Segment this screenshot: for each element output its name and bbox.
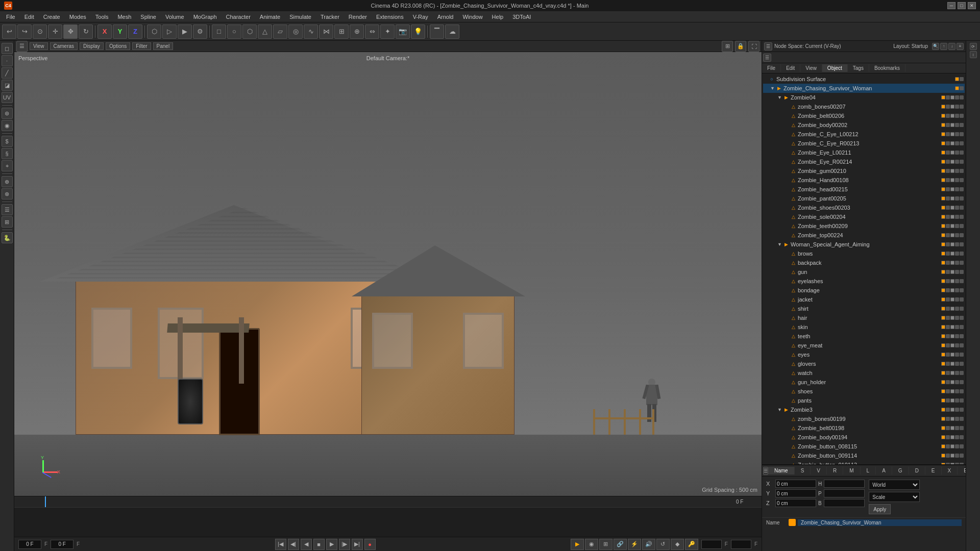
tree-dot-solo[interactable]	[960, 454, 964, 458]
tree-dot-render[interactable]	[950, 215, 954, 219]
tree-dot-render[interactable]	[950, 380, 954, 384]
menu-window-item[interactable]: Window	[458, 13, 486, 21]
menu-simulate-item[interactable]: Simulate	[285, 13, 315, 21]
tree-dot-lock[interactable]	[955, 288, 959, 292]
tree-dot-lock[interactable]	[955, 417, 959, 421]
cylinder-tool[interactable]: ⬡	[242, 24, 257, 39]
tree-item[interactable]: △eye_meat	[763, 341, 965, 350]
xref-button[interactable]: ⊞	[2, 216, 13, 228]
tree-dot-visibility[interactable]	[960, 86, 964, 90]
tab-edit[interactable]: Edit	[781, 64, 800, 72]
tree-dot-render[interactable]	[950, 169, 954, 173]
tree-dot-render[interactable]	[950, 288, 954, 292]
tree-dot-lock[interactable]	[955, 252, 959, 256]
tree-dot-render[interactable]	[950, 435, 954, 439]
tree-item[interactable]: △Zombie_teeth00209	[763, 221, 965, 231]
tree-dot-visibility[interactable]	[946, 151, 950, 155]
tree-dot-render[interactable]	[950, 114, 954, 118]
tree-dot-solo[interactable]	[960, 325, 964, 329]
tree-dot-visibility[interactable]	[946, 206, 950, 210]
tree-dot-solo[interactable]	[960, 444, 964, 448]
vp-lock-button[interactable]: 🔒	[735, 41, 746, 52]
tree-dot-solo[interactable]	[960, 398, 964, 403]
tree-dot-lock[interactable]	[955, 353, 959, 357]
tree-item[interactable]: △Zombie_top00224	[763, 231, 965, 240]
tree-dot-lock[interactable]	[955, 151, 959, 155]
tree-dot-visibility[interactable]	[946, 169, 950, 173]
auto-key-button[interactable]: 🔑	[685, 539, 698, 550]
layers-button[interactable]: ☰	[2, 204, 13, 215]
rp-icon-3[interactable]: ↓	[948, 43, 955, 50]
render-settings-button[interactable]: ⚙	[193, 24, 207, 39]
menu-volume-item[interactable]: Volume	[161, 13, 188, 21]
vp-filter-button[interactable]: Filter	[132, 42, 151, 50]
tree-dot-visibility[interactable]	[946, 343, 950, 347]
tree-dot-solo[interactable]	[960, 371, 964, 375]
spline-tool[interactable]: ∿	[304, 24, 318, 39]
menu-tracker-item[interactable]: Tracker	[316, 13, 344, 21]
vp-menu-button[interactable]: ☰	[16, 41, 28, 52]
tab-object[interactable]: Object	[822, 64, 848, 72]
redo-button[interactable]: ↪	[17, 24, 32, 39]
rb-tab-m[interactable]: M	[843, 467, 860, 474]
p-input[interactable]	[824, 489, 865, 497]
tree-dot-solo[interactable]	[960, 307, 964, 311]
tree-dot-visibility[interactable]	[946, 196, 950, 201]
tree-item[interactable]: △zomb_bones00199	[763, 414, 965, 423]
tree-dot-render[interactable]	[950, 316, 954, 320]
tree-dot-render[interactable]	[950, 160, 954, 164]
menu-help-item[interactable]: Help	[488, 13, 508, 21]
tab-view[interactable]: View	[800, 64, 822, 72]
vp-fit-button[interactable]: ⊞	[722, 41, 733, 52]
tree-dot-lock[interactable]	[955, 371, 959, 375]
rb-tab-s[interactable]: S	[795, 467, 811, 474]
tree-dot-solo[interactable]	[960, 233, 964, 237]
y-axis-button[interactable]: Y	[113, 24, 127, 39]
tree-dot-lock[interactable]	[955, 435, 959, 439]
tree-dot-render[interactable]	[950, 141, 954, 145]
tree-dot-render[interactable]	[950, 417, 954, 421]
menu-mograph-item[interactable]: MoGraph	[189, 13, 221, 21]
rb-menu[interactable]: ☰	[763, 467, 768, 475]
magnet-button[interactable]: ⊛	[2, 108, 13, 119]
plane-tool[interactable]: ▱	[273, 24, 287, 39]
point-mode-button[interactable]: ·	[2, 55, 13, 66]
tree-dot-lock[interactable]	[955, 160, 959, 164]
tree-dot-lock[interactable]	[955, 187, 959, 191]
tree-dot-render[interactable]	[950, 454, 954, 458]
go-start-button[interactable]: |◀	[275, 539, 286, 550]
tab-file[interactable]: File	[762, 64, 781, 72]
tree-dot-render[interactable]	[950, 261, 954, 265]
tree-dot-solo[interactable]	[960, 389, 964, 393]
tree-dot-visibility[interactable]	[946, 215, 950, 219]
rb-tab-d[interactable]: D	[909, 467, 925, 474]
tree-dot-lock[interactable]	[955, 233, 959, 237]
tree-dot-lock[interactable]	[955, 408, 959, 412]
tree-dot-render[interactable]	[950, 151, 954, 155]
tree-dot-lock[interactable]	[955, 389, 959, 393]
rb-tab-v[interactable]: V	[811, 467, 827, 474]
current-frame-input[interactable]	[18, 540, 41, 549]
tree-dot-visibility[interactable]	[946, 288, 950, 292]
tree-dot-visibility[interactable]	[946, 325, 950, 329]
world-select[interactable]: World	[869, 480, 920, 490]
menu-spline-item[interactable]: Spline	[136, 13, 160, 21]
tree-dot-lock[interactable]	[955, 242, 959, 246]
tree-dot-solo[interactable]	[960, 435, 964, 439]
tree-item[interactable]: △Zombie_C_Eye_R00213	[763, 139, 965, 148]
vp-display-button[interactable]: Display	[80, 42, 104, 50]
poly-mode-button[interactable]: ◪	[2, 80, 13, 91]
tree-dot-lock[interactable]	[955, 123, 959, 127]
tree-dot-render[interactable]	[950, 242, 954, 246]
tree-dot-render[interactable]	[950, 343, 954, 347]
tree-dot-lock[interactable]	[955, 132, 959, 136]
tree-dot-visibility[interactable]	[946, 279, 950, 283]
viewport-3d[interactable]: X Y Perspective Default Camera:* Grid Sp…	[14, 52, 762, 496]
tree-dot-solo[interactable]	[960, 252, 964, 256]
tree-dot-visibility[interactable]	[946, 334, 950, 338]
tree-dot-render[interactable]	[950, 178, 954, 182]
tree-dot-visibility[interactable]	[946, 380, 950, 384]
tree-dot-visibility[interactable]	[946, 444, 950, 448]
tree-dot-solo[interactable]	[960, 114, 964, 118]
move-tool-button[interactable]: ✛	[48, 24, 62, 39]
